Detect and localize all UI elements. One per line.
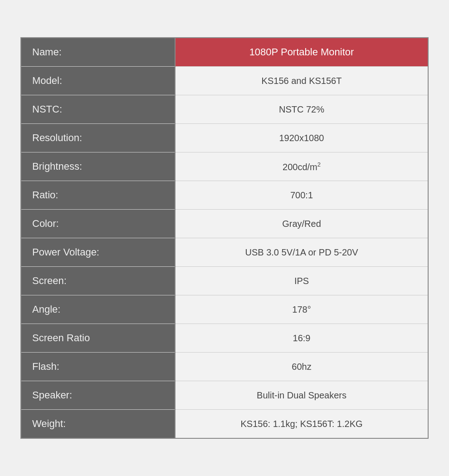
label-cell: Screen: bbox=[21, 267, 175, 295]
table-row: Model:KS156 and KS156T bbox=[21, 67, 428, 95]
page-wrapper: Name:1080P Portable MonitorModel:KS156 a… bbox=[0, 0, 449, 476]
label-cell: Color: bbox=[21, 210, 175, 238]
label-cell: Brightness: bbox=[21, 152, 175, 181]
label-cell: Ratio: bbox=[21, 181, 175, 210]
value-cell: 60hz bbox=[175, 353, 428, 381]
table-row: Screen:IPS bbox=[21, 267, 428, 295]
table-row: Ratio:700:1 bbox=[21, 181, 428, 210]
spec-table: Name:1080P Portable MonitorModel:KS156 a… bbox=[20, 37, 429, 439]
label-cell: Screen Ratio bbox=[21, 324, 175, 353]
value-cell: 178° bbox=[175, 295, 428, 324]
table-row: Brightness:200cd/m2 bbox=[21, 152, 428, 181]
value-cell: 700:1 bbox=[175, 181, 428, 210]
value-cell: 200cd/m2 bbox=[175, 152, 428, 181]
value-cell: 1920x1080 bbox=[175, 124, 428, 152]
label-cell: Power Voltage: bbox=[21, 238, 175, 267]
table-row: Color:Gray/Red bbox=[21, 210, 428, 238]
table-row: NSTC:NSTC 72% bbox=[21, 95, 428, 124]
label-cell: Model: bbox=[21, 67, 175, 95]
table-row: Power Voltage:USB 3.0 5V/1A or PD 5-20V bbox=[21, 238, 428, 267]
label-cell: Weight: bbox=[21, 410, 175, 439]
table-row: Resolution:1920x1080 bbox=[21, 124, 428, 152]
table-row: Angle:178° bbox=[21, 295, 428, 324]
value-cell: 1080P Portable Monitor bbox=[175, 38, 428, 67]
label-cell: NSTC: bbox=[21, 95, 175, 124]
table-row: Weight:KS156: 1.1kg; KS156T: 1.2KG bbox=[21, 410, 428, 439]
table-row: Flash:60hz bbox=[21, 353, 428, 381]
value-cell: KS156 and KS156T bbox=[175, 67, 428, 95]
label-cell: Name: bbox=[21, 38, 175, 67]
label-cell: Flash: bbox=[21, 353, 175, 381]
value-cell: Bulit-in Dual Speakers bbox=[175, 381, 428, 410]
label-cell: Resolution: bbox=[21, 124, 175, 152]
table-row: Name:1080P Portable Monitor bbox=[21, 38, 428, 67]
value-cell: 16:9 bbox=[175, 324, 428, 353]
table-row: Speaker:Bulit-in Dual Speakers bbox=[21, 381, 428, 410]
table-row: Screen Ratio16:9 bbox=[21, 324, 428, 353]
label-cell: Angle: bbox=[21, 295, 175, 324]
label-cell: Speaker: bbox=[21, 381, 175, 410]
value-cell: Gray/Red bbox=[175, 210, 428, 238]
value-cell: NSTC 72% bbox=[175, 95, 428, 124]
value-cell: IPS bbox=[175, 267, 428, 295]
value-cell: KS156: 1.1kg; KS156T: 1.2KG bbox=[175, 410, 428, 439]
value-cell: USB 3.0 5V/1A or PD 5-20V bbox=[175, 238, 428, 267]
